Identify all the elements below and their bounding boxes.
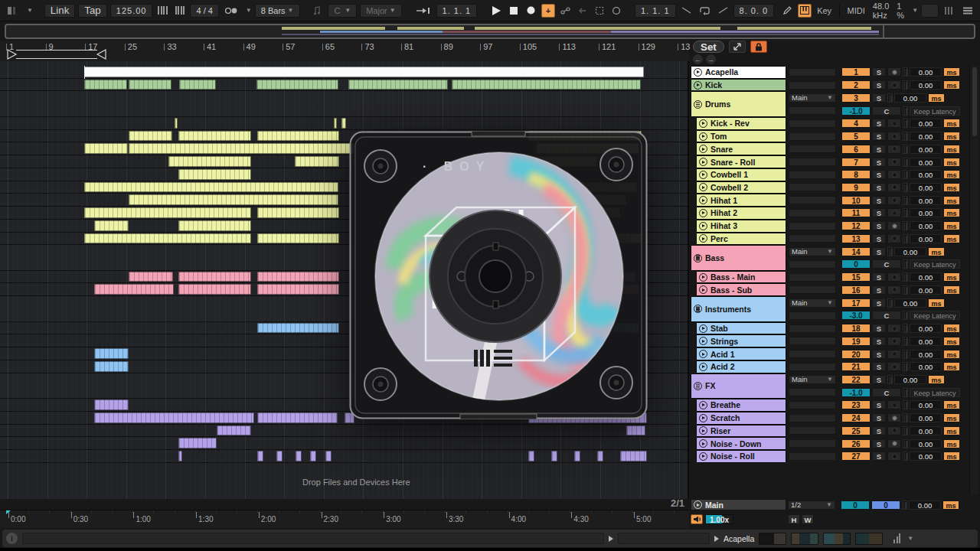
clip[interactable]: [620, 451, 647, 461]
track-play-icon[interactable]: [699, 401, 707, 409]
track-row[interactable]: Acid 120S0.00ms: [691, 347, 980, 360]
stop-button[interactable]: [507, 4, 521, 18]
track-number[interactable]: 11: [841, 208, 871, 217]
track-number[interactable]: 8: [841, 170, 871, 179]
arm-button[interactable]: [887, 362, 901, 371]
loop-length-field[interactable]: 8. 0. 0: [733, 4, 775, 18]
input-routing-field[interactable]: [789, 285, 836, 294]
solo-button[interactable]: S: [872, 145, 886, 154]
track-row[interactable]: Snare6S0.00ms: [691, 142, 980, 155]
clip[interactable]: [179, 80, 216, 90]
main-gain-field[interactable]: 0: [841, 500, 870, 510]
bar-number[interactable]: 97: [483, 42, 492, 51]
input-routing-field[interactable]: [789, 132, 836, 141]
track-delay-field[interactable]: 0.00: [910, 362, 942, 371]
clip[interactable]: [256, 80, 338, 90]
solo-button[interactable]: S: [872, 170, 886, 179]
track-number[interactable]: 9: [841, 183, 871, 192]
solo-button[interactable]: S: [872, 439, 886, 448]
speaker-icon[interactable]: [691, 514, 703, 524]
arm-button[interactable]: [887, 80, 901, 90]
track-play-icon[interactable]: [699, 452, 707, 461]
arrange-track-lane[interactable]: [0, 66, 689, 79]
clip[interactable]: [94, 399, 129, 410]
input-routing-field[interactable]: [789, 196, 836, 204]
tempo-field[interactable]: 125.00: [110, 4, 153, 18]
input-routing-field[interactable]: [789, 401, 836, 409]
input-routing-field[interactable]: [789, 145, 836, 153]
window-layout-icon[interactable]: [5, 4, 21, 18]
track-play-icon[interactable]: [699, 337, 707, 345]
track-number[interactable]: 24: [841, 413, 871, 422]
clip-play-icon[interactable]: [609, 536, 613, 542]
main-quantize-menu[interactable]: 1/2▼: [788, 500, 835, 510]
arm-button[interactable]: [887, 337, 901, 346]
track-name-cell[interactable]: Tom: [696, 130, 786, 143]
arm-button[interactable]: [887, 413, 901, 422]
track-name-cell[interactable]: Acid 2: [696, 360, 786, 373]
solo-button[interactable]: S: [872, 350, 886, 359]
clip[interactable]: [257, 272, 339, 282]
delay-unit-toggle[interactable]: ms: [943, 272, 960, 282]
input-routing-field[interactable]: [789, 273, 836, 282]
follow-transition-icon[interactable]: [729, 41, 746, 53]
track-delay-field[interactable]: 0.00: [894, 298, 926, 308]
bar-number[interactable]: 65: [325, 42, 335, 51]
input-routing-field[interactable]: [789, 234, 836, 243]
track-play-icon[interactable]: [699, 273, 707, 282]
clip[interactable]: [168, 156, 251, 167]
clip[interactable]: [84, 182, 338, 193]
quantize-menu[interactable]: 8 Bars▼: [255, 4, 300, 18]
track-delay-field[interactable]: 0.00: [910, 413, 942, 422]
delay-unit-toggle[interactable]: ms: [943, 439, 960, 448]
clip[interactable]: [257, 323, 339, 334]
main-track-row[interactable]: Main 1/2▼ 0 0 0.00 ms: [691, 498, 980, 511]
arm-button[interactable]: [887, 67, 901, 77]
main-delay-unit[interactable]: ms: [942, 500, 959, 510]
record-button[interactable]: [524, 4, 538, 18]
nudge-up-icon[interactable]: [173, 4, 188, 18]
arm-button[interactable]: [887, 452, 901, 461]
main-pan-fader[interactable]: 0: [871, 500, 900, 510]
solo-button[interactable]: S: [872, 298, 886, 308]
nudge-left-icon[interactable]: ←: [693, 54, 703, 64]
track-play-icon[interactable]: [694, 68, 702, 77]
metronome-caret-icon[interactable]: ▼: [246, 7, 252, 14]
solo-button[interactable]: S: [872, 285, 886, 295]
clip[interactable]: [348, 80, 448, 90]
track-name-cell[interactable]: Cowbell 2: [696, 181, 786, 194]
delay-unit-toggle[interactable]: ms: [928, 298, 945, 308]
solo-button[interactable]: S: [872, 413, 886, 422]
clip[interactable]: [626, 425, 645, 436]
main-delay-field[interactable]: 0.00: [909, 500, 941, 510]
clip[interactable]: [597, 451, 603, 461]
delay-unit-toggle[interactable]: ms: [943, 196, 960, 205]
loop-start-field[interactable]: 1. 1. 1: [635, 4, 676, 18]
track-delay-field[interactable]: 0.00: [910, 145, 942, 154]
track-number[interactable]: 6: [841, 145, 871, 154]
track-name-cell[interactable]: Bass - Main: [696, 271, 786, 284]
track-name-cell[interactable]: Riser: [696, 425, 786, 438]
clip[interactable]: [257, 412, 338, 423]
clip[interactable]: [178, 131, 251, 142]
delay-unit-toggle[interactable]: ms: [943, 413, 960, 422]
device-thumbnail-4[interactable]: [855, 533, 883, 545]
track-name-cell[interactable]: Breathe: [696, 399, 786, 412]
delay-unit-toggle[interactable]: ms: [943, 119, 960, 128]
track-row[interactable]: Acapella1S0.00ms: [691, 66, 980, 79]
bar-number[interactable]: 105: [523, 42, 537, 51]
clip[interactable]: [84, 143, 128, 154]
track-number[interactable]: 5: [841, 132, 871, 141]
track-delay-field[interactable]: 0.00: [910, 221, 942, 230]
arm-button[interactable]: [887, 196, 901, 205]
track-name-cell[interactable]: Strings: [696, 334, 786, 347]
track-number[interactable]: 16: [841, 285, 871, 295]
bar-number[interactable]: 89: [444, 42, 453, 51]
arrange-track-lane[interactable]: [0, 437, 689, 450]
track-delay-field[interactable]: 0.00: [910, 196, 942, 205]
track-name-cell[interactable]: Hihat 2: [696, 207, 786, 220]
clip[interactable]: [178, 284, 251, 295]
track-play-icon[interactable]: [699, 132, 707, 141]
clip[interactable]: [178, 272, 251, 282]
arm-button[interactable]: [887, 132, 901, 141]
